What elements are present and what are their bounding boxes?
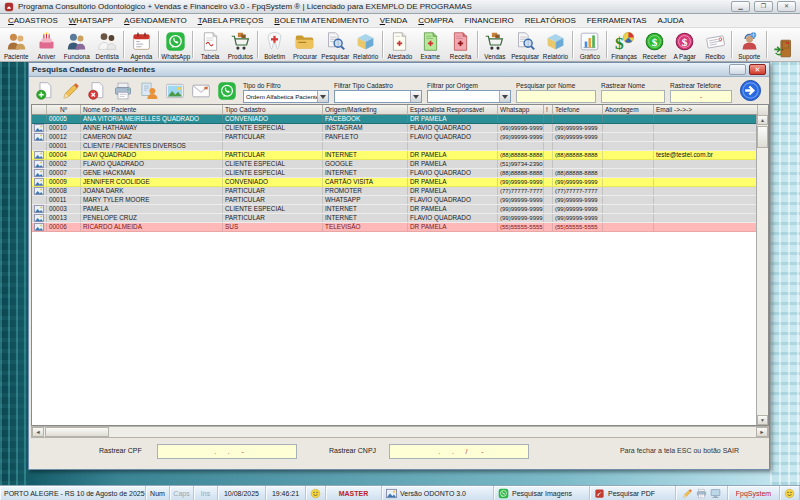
toolbar-relatorio-11[interactable]: Relatório xyxy=(350,28,380,61)
tipo-cadastro-select[interactable] xyxy=(334,90,422,103)
toolbar-a-pagar-21[interactable]: $A Pagar xyxy=(670,28,700,61)
hscroll-thumb[interactable] xyxy=(45,427,109,437)
minimize-button[interactable]: ▁ xyxy=(731,1,750,12)
add-record-button[interactable] xyxy=(33,79,56,102)
whatsapp-record-button[interactable] xyxy=(215,79,238,102)
window-minimize-button[interactable] xyxy=(729,64,746,75)
column-header-email[interactable]: Email ->->-> xyxy=(654,105,758,115)
window-close-button[interactable]: ✕ xyxy=(749,64,766,75)
menu-cadastros[interactable]: CADASTROS xyxy=(3,16,63,25)
toolbar-dentista-3[interactable]: Dentista xyxy=(92,28,122,61)
search-name-input[interactable] xyxy=(516,90,596,103)
apagar-icon: $ xyxy=(674,31,695,52)
toolbar-relatorio-17[interactable]: Relatório xyxy=(540,28,570,61)
table-row[interactable]: 00012CAMERON DIAZPARTICULARPANFLETOFLAVI… xyxy=(32,133,756,142)
menu-ferramentas[interactable]: FERRAMENTAS xyxy=(582,16,652,25)
toolbar-funciona-2[interactable]: Funciona xyxy=(62,28,92,61)
toolbar-procurar-9[interactable]: Procurar xyxy=(290,28,320,61)
edit-record-button[interactable] xyxy=(59,79,82,102)
tipo-filtro-select[interactable]: Ordem Alfabetica Paciente xyxy=(243,90,329,103)
toolbar-sair-24[interactable] xyxy=(769,28,799,61)
chevron-down-icon xyxy=(410,91,421,102)
chart-icon xyxy=(579,31,600,52)
horizontal-scrollbar[interactable]: ◄ ► xyxy=(31,426,769,438)
delete-record-button[interactable] xyxy=(85,79,108,102)
printer-icon xyxy=(696,488,707,499)
table-row[interactable]: 00004DAVI QUADRADOPARTICULARINTERNETDR P… xyxy=(32,151,756,160)
mail-record-button[interactable] xyxy=(189,79,212,102)
toolbar-whatsapp-5[interactable]: WhatsApp xyxy=(161,28,191,61)
menu-tabela-precos[interactable]: TABELA PREÇOS xyxy=(193,16,269,25)
toolbar-atestado-12[interactable]: Atestado xyxy=(385,28,415,61)
track-phone-label: Rastrear Telefone xyxy=(670,82,732,89)
whatsapp-icon xyxy=(217,81,237,101)
toolbar-financas-19[interactable]: $Finanças xyxy=(609,28,639,61)
scroll-up-icon[interactable]: ▲ xyxy=(757,115,768,125)
status-search-images[interactable]: Pesquisar Imagens xyxy=(494,486,590,500)
column-header-abordagem[interactable]: Abordagem xyxy=(603,105,654,115)
scroll-left-icon[interactable]: ◄ xyxy=(32,427,44,437)
menu-compra[interactable]: COMPRA xyxy=(413,16,458,25)
toolbar-boletim-8[interactable]: Boletim xyxy=(260,28,290,61)
menu-agendamento[interactable]: AGENDAMENTO xyxy=(119,16,192,25)
track-phone-input[interactable] xyxy=(670,90,732,103)
table-row[interactable]: 00006RICARDO ALMEIDASUSTELEVISÃODR PAMEL… xyxy=(32,223,756,232)
status-search-pdf[interactable]: Pesquisar PDF xyxy=(590,486,676,500)
toolbar-tabela-6[interactable]: Tabela xyxy=(195,28,225,61)
column-header-nome-do-paciente[interactable]: Nome do Paciente xyxy=(81,105,223,115)
toolbar-aniver-1[interactable]: Aniver xyxy=(31,28,61,61)
scroll-right-icon[interactable]: ► xyxy=(756,427,768,437)
track-cnpj-input[interactable] xyxy=(389,444,529,459)
close-button[interactable]: ✕ xyxy=(777,1,796,12)
column-header-item[interactable] xyxy=(32,105,47,115)
toolbar-exame-13[interactable]: Exame xyxy=(415,28,445,61)
track-name-input[interactable] xyxy=(601,90,665,103)
toolbar-suporte-23[interactable]: Suporte xyxy=(734,28,764,61)
column-header-whatsapp[interactable]: Whatsapp xyxy=(498,105,544,115)
toolbar-pesquisar-10[interactable]: Pesquisar xyxy=(320,28,350,61)
menu-ajuda[interactable]: AJUDA xyxy=(653,16,689,25)
toolbar-paciente-0[interactable]: Paciente xyxy=(1,28,31,61)
scroll-down-icon[interactable]: ▼ xyxy=(757,415,768,425)
table-row[interactable]: 00008JOANA DARKPARTICULARPROMOTERDR PAME… xyxy=(32,187,756,196)
table-row[interactable]: 00005ANA VITORIA MEIRELLES QUADRADOCONVE… xyxy=(32,115,756,124)
toolbar-receita-14[interactable]: Receita xyxy=(445,28,475,61)
print-record-button[interactable] xyxy=(111,79,134,102)
column-header-especialista-responsavel[interactable]: Especialista Responsável xyxy=(408,105,498,115)
table-row[interactable]: 00013PENELOPE CRUZPARTICULARINTERNETFLAV… xyxy=(32,214,756,223)
restore-button[interactable]: ❐ xyxy=(754,1,773,12)
column-header-n[interactable]: Nº xyxy=(47,105,81,115)
menu-financeiro[interactable]: FINANCEIRO xyxy=(459,16,518,25)
table-row[interactable]: 00007GENE HACKMANCLIENTE ESPECIALINTERNE… xyxy=(32,169,756,178)
table-row[interactable]: 00010ANNE HATHAWAYCLIENTE ESPECIALINSTAG… xyxy=(32,124,756,133)
toolbar-agenda-4[interactable]: Agenda xyxy=(126,28,156,61)
origem-select[interactable] xyxy=(427,90,511,103)
table-row[interactable]: 00001CLIENTE / PACIENTES DIVERSOS xyxy=(32,142,756,151)
menu-venda[interactable]: VENDA xyxy=(375,16,413,25)
cell-abordagem xyxy=(603,223,654,231)
note-icon xyxy=(386,488,397,499)
vertical-scrollbar[interactable]: ▲ ▼ xyxy=(756,115,768,425)
toolbar-receber-20[interactable]: $Receber xyxy=(639,28,669,61)
column-header-tipo-cadastro[interactable]: Tipo Cadastro xyxy=(223,105,323,115)
table-row[interactable]: 00009JENNIFER COOLIDGECONVENIADOCARTÃO V… xyxy=(32,178,756,187)
column-header-telefone[interactable]: Telefone xyxy=(553,105,603,115)
track-cpf-input[interactable] xyxy=(157,444,297,459)
toolbar-vendas-15[interactable]: Vendas xyxy=(480,28,510,61)
search-go-button[interactable] xyxy=(739,79,762,102)
menu-relatorios[interactable]: RELATÓRIOS xyxy=(520,16,581,25)
column-header-icon[interactable]: ! xyxy=(544,105,553,115)
table-row[interactable]: 00011MARY TYLER MOOREPARTICULARWHATSAPPF… xyxy=(32,196,756,205)
column-header-origem-marketing[interactable]: Origem/Marketing xyxy=(323,105,408,115)
toolbar-produtos-7[interactable]: Produtos xyxy=(225,28,255,61)
vscroll-thumb[interactable] xyxy=(757,126,768,148)
table-row[interactable]: 00002FLAVIO QUADRADOCLIENTE ESPECIALGOOG… xyxy=(32,160,756,169)
toolbar-grafico-18[interactable]: Gráfico xyxy=(575,28,605,61)
export-record-button[interactable] xyxy=(137,79,160,102)
toolbar-pesquisar-16[interactable]: Pesquisar xyxy=(510,28,540,61)
photo-record-button[interactable] xyxy=(163,79,186,102)
toolbar-recibo-22[interactable]: Recibo xyxy=(700,28,730,61)
menu-boletim-atendimento[interactable]: BOLETIM ATENDIMENTO xyxy=(269,16,373,25)
table-row[interactable]: 00003PAMELACLIENTE ESPECIALINTERNETDR PA… xyxy=(32,205,756,214)
menu-whatsapp[interactable]: WHATSAPP xyxy=(64,16,118,25)
